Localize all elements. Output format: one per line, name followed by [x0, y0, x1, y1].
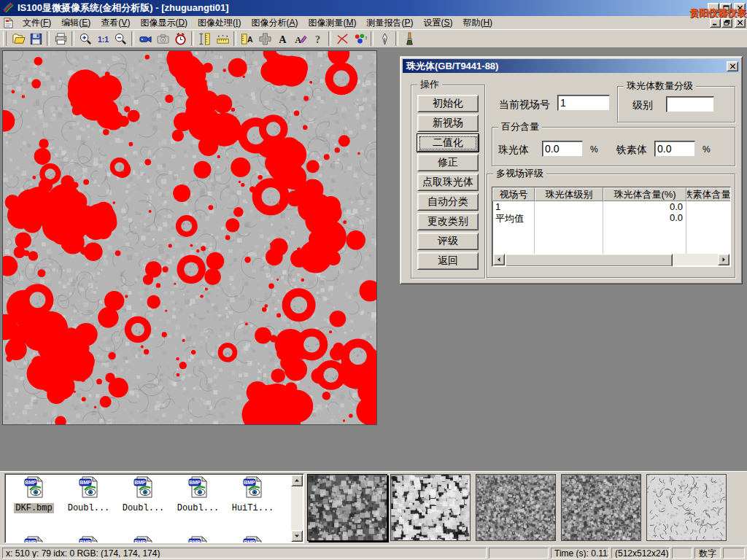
dialog-title-bar[interactable]: 珠光体(GB/T9441-88) — [403, 59, 740, 73]
op-button-1[interactable]: 初始化 — [417, 95, 479, 112]
table-cell: 1 — [492, 201, 535, 212]
menu-m[interactable]: 图像测量(M) — [303, 16, 361, 30]
table-header-2[interactable]: 珠光体级别 — [535, 187, 603, 201]
op-button-9[interactable]: 返回 — [417, 252, 479, 270]
file-item-row2-3[interactable]: BMP — [116, 535, 171, 543]
scroll-up-icon[interactable] — [291, 475, 303, 486]
toolbar: 1:1AAA?3 — [0, 29, 747, 48]
op-button-8[interactable]: 评级 — [417, 233, 479, 250]
svg-text:BMP: BMP — [134, 540, 146, 543]
metallographic-image[interactable] — [2, 50, 377, 425]
thumbnail-5[interactable] — [646, 474, 727, 541]
timer-icon[interactable] — [171, 31, 189, 47]
menu-v[interactable]: 查看(V) — [96, 16, 135, 30]
brush-icon[interactable] — [400, 31, 418, 47]
file-vscrollbar[interactable] — [291, 475, 303, 542]
table-cell: 0.0 — [603, 212, 686, 223]
svg-text:BMP: BMP — [25, 540, 36, 543]
ferrite-percent-input[interactable] — [654, 141, 695, 157]
rating-table[interactable]: 视场号珠光体级别珠光体含量(%)铁素体含量(%) 10.0平均值0.0 — [492, 187, 731, 267]
file-item-row2-2[interactable]: BMP — [61, 535, 116, 543]
table-row-4[interactable] — [492, 234, 730, 245]
percent-group: 百分含量 珠光体 % 铁素体 % — [492, 127, 735, 166]
file-item-row2-5[interactable]: BMP — [225, 535, 280, 543]
vertical-ruler-icon[interactable] — [196, 31, 214, 47]
thumbnail-1[interactable] — [307, 474, 387, 541]
op-button-2[interactable]: 新视场 — [417, 114, 479, 132]
table-cell — [535, 212, 603, 223]
table-cell: 0.0 — [603, 201, 686, 212]
file-name: HuiTi... — [231, 503, 276, 513]
file-item-row2-4[interactable]: BMP — [171, 535, 225, 543]
svg-text:BMP: BMP — [189, 540, 201, 543]
svg-text:BMP: BMP — [80, 480, 91, 485]
dialog-close-icon[interactable] — [727, 61, 738, 71]
file-item-row2-1[interactable]: BMP — [7, 535, 61, 543]
print-icon[interactable] — [52, 31, 69, 47]
scroll-left-icon[interactable] — [493, 254, 505, 265]
menu-a[interactable]: 图像分析(A) — [246, 16, 303, 30]
zoom-in-icon[interactable] — [77, 31, 94, 47]
color-classify-icon[interactable]: 3 — [351, 31, 368, 47]
op-button-5[interactable]: 点取珠光体 — [417, 174, 479, 191]
pen-icon[interactable] — [376, 31, 393, 47]
svg-text:BMP: BMP — [25, 480, 36, 485]
table-header-1[interactable]: 视场号 — [492, 187, 535, 201]
table-hscrollbar[interactable] — [493, 254, 729, 265]
open-file-icon[interactable] — [9, 31, 27, 47]
menu-h[interactable]: 帮助(H) — [457, 16, 498, 30]
op-button-7[interactable]: 更改类别 — [417, 213, 479, 230]
calibration-curve-icon[interactable] — [333, 31, 351, 47]
menu-s[interactable]: 设置(S) — [418, 16, 457, 30]
table-row-1[interactable]: 10.0 — [492, 201, 730, 212]
svg-text:A: A — [295, 34, 301, 44]
save-icon[interactable] — [27, 31, 44, 47]
horizontal-ruler-icon[interactable] — [214, 31, 231, 47]
menu-p[interactable]: 测量报告(P) — [361, 16, 418, 30]
table-cell — [686, 201, 731, 212]
menu-i[interactable]: 图像处理(I) — [193, 16, 246, 30]
current-field-label: 当前视场号 — [499, 98, 550, 112]
status-position: x: 510 y: 79 idx: 0 RGB: (174, 174, 174) — [2, 548, 487, 559]
file-item-1[interactable]: BMPDKF.bmp — [7, 475, 61, 513]
toolbar-grip[interactable] — [3, 31, 7, 46]
file-item-2[interactable]: BMPDoubl... — [61, 475, 116, 513]
actual-size-icon[interactable]: 1:1 — [94, 31, 112, 47]
op-button-6[interactable]: 自动分类 — [417, 193, 479, 211]
text-annotation-icon[interactable]: A — [274, 31, 291, 47]
op-button-4[interactable]: 修正 — [417, 154, 479, 171]
pearlite-percent-input[interactable] — [542, 141, 583, 157]
zoom-out-icon[interactable] — [112, 31, 129, 47]
file-item-4[interactable]: BMPDoubl... — [171, 475, 225, 513]
scrollbar-thumb[interactable] — [505, 254, 673, 267]
current-field-input[interactable] — [557, 95, 610, 111]
grade-input[interactable] — [666, 96, 714, 112]
scroll-right-icon[interactable] — [718, 254, 729, 265]
edit-text-icon[interactable]: A — [291, 31, 309, 47]
menu-f[interactable]: 文件(F) — [18, 16, 56, 30]
op-button-3[interactable]: 二值化 — [417, 134, 479, 152]
pearlite-dialog: 珠光体(GB/T9441-88) 操作 初始化新视场二值化修正点取珠光体自动分类… — [400, 56, 743, 284]
table-cell — [603, 223, 686, 234]
table-header-3[interactable]: 珠光体含量(%) — [603, 187, 686, 201]
table-row-3[interactable] — [492, 223, 730, 234]
measure-text-icon[interactable]: A — [239, 31, 256, 47]
thumbnail-4[interactable] — [561, 474, 641, 541]
menu-d[interactable]: 图像显示(D) — [135, 16, 193, 30]
grade-legend: 珠光体数量分级 — [624, 80, 696, 91]
thumbnail-3[interactable] — [476, 474, 556, 541]
menu-e[interactable]: 编辑(E) — [56, 16, 96, 30]
document-icon[interactable] — [3, 18, 14, 28]
table-header-4[interactable]: 铁素体含量(%) — [686, 187, 731, 201]
video-capture-icon[interactable] — [136, 31, 154, 47]
help-icon[interactable]: ? — [309, 31, 326, 47]
scroll-down-icon[interactable] — [291, 530, 303, 542]
bmp-file-icon: BMP — [187, 475, 210, 501]
table-row-2[interactable]: 平均值0.0 — [492, 212, 730, 223]
camera-capture-icon[interactable] — [154, 31, 171, 47]
file-item-5[interactable]: BMPHuiTi... — [225, 475, 280, 513]
thumbnail-2[interactable] — [390, 474, 471, 541]
file-item-3[interactable]: BMPDoubl... — [116, 475, 171, 513]
svg-text:BMP: BMP — [80, 540, 91, 543]
grid-cross-icon[interactable] — [256, 31, 274, 47]
